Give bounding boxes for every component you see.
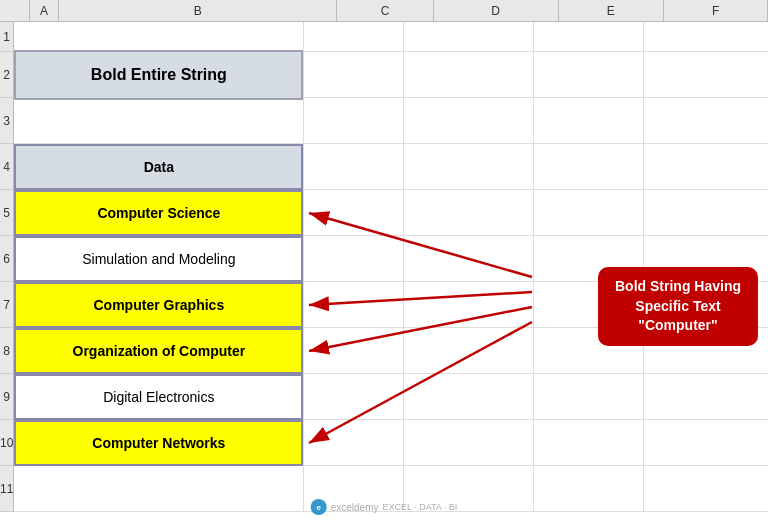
cell-d2[interactable] bbox=[404, 52, 534, 97]
cell-c8[interactable] bbox=[304, 328, 404, 373]
data-cell-9: Digital Electronics bbox=[14, 374, 303, 420]
cell-e10[interactable] bbox=[534, 420, 644, 465]
annotation-text: Bold String HavingSpecific Text"Computer… bbox=[615, 278, 741, 333]
cell-d3[interactable] bbox=[404, 98, 534, 143]
cell-b8[interactable]: Organization of Computer bbox=[14, 328, 304, 373]
row-num-3: 3 bbox=[0, 98, 14, 144]
cell-f10[interactable] bbox=[644, 420, 744, 465]
cell-b2[interactable]: Bold Entire String bbox=[14, 52, 304, 97]
corner-cell bbox=[0, 0, 30, 22]
cell-5-text: Computer Science bbox=[97, 205, 220, 221]
annotation-box: Bold String HavingSpecific Text"Computer… bbox=[598, 267, 758, 346]
cell-c5[interactable] bbox=[304, 190, 404, 235]
data-cell-10: Computer Networks bbox=[14, 420, 303, 466]
cell-d9[interactable] bbox=[404, 374, 534, 419]
row-num-4: 4 bbox=[0, 144, 14, 190]
cell-f9[interactable] bbox=[644, 374, 744, 419]
cell-b5[interactable]: Computer Science bbox=[14, 190, 304, 235]
row-numbers: 1 2 3 4 5 6 7 8 9 10 11 bbox=[0, 22, 14, 512]
cell-c10[interactable] bbox=[304, 420, 404, 465]
data-cell-7: Computer Graphics bbox=[14, 282, 303, 328]
cell-d8[interactable] bbox=[404, 328, 534, 373]
cell-b1[interactable] bbox=[14, 22, 304, 51]
content-area: Bold Entire String Data bbox=[14, 22, 768, 512]
row-3 bbox=[14, 98, 768, 144]
col-header-d: D bbox=[434, 0, 559, 22]
cell-b3[interactable] bbox=[14, 98, 304, 143]
cell-f3[interactable] bbox=[644, 98, 744, 143]
cell-b10[interactable]: Computer Networks bbox=[14, 420, 304, 465]
cell-c7[interactable] bbox=[304, 282, 404, 327]
cell-e9[interactable] bbox=[534, 374, 644, 419]
watermark: e exceldemy EXCEL · DATA · BI bbox=[311, 499, 458, 515]
grid-body: 1 2 3 4 5 6 7 8 9 10 11 bbox=[0, 22, 768, 512]
cell-c1[interactable] bbox=[304, 22, 404, 51]
cell-f11[interactable] bbox=[644, 466, 744, 511]
cell-d7[interactable] bbox=[404, 282, 534, 327]
title-cell: Bold Entire String bbox=[14, 50, 303, 100]
data-cell-8: Organization of Computer bbox=[14, 328, 303, 374]
row-1 bbox=[14, 22, 768, 52]
row-num-2: 2 bbox=[0, 52, 14, 98]
cell-e5[interactable] bbox=[534, 190, 644, 235]
col-header-c: C bbox=[337, 0, 433, 22]
row-num-7: 7 bbox=[0, 282, 14, 328]
row-9: Digital Electronics bbox=[14, 374, 768, 420]
row-num-9: 9 bbox=[0, 374, 14, 420]
data-header: Data bbox=[14, 144, 303, 190]
cell-b4[interactable]: Data bbox=[14, 144, 304, 189]
row-10: Computer Networks bbox=[14, 420, 768, 466]
row-4: Data bbox=[14, 144, 768, 190]
watermark-text: exceldemy bbox=[331, 502, 379, 513]
cell-e4[interactable] bbox=[534, 144, 644, 189]
cell-f5[interactable] bbox=[644, 190, 744, 235]
cell-f4[interactable] bbox=[644, 144, 744, 189]
row-num-5: 5 bbox=[0, 190, 14, 236]
watermark-sub: EXCEL · DATA · BI bbox=[382, 502, 457, 512]
cell-c6[interactable] bbox=[304, 236, 404, 281]
row-5: Computer Science bbox=[14, 190, 768, 236]
cell-d10[interactable] bbox=[404, 420, 534, 465]
cell-b7[interactable]: Computer Graphics bbox=[14, 282, 304, 327]
spreadsheet: A B C D E F 1 2 3 4 5 6 7 8 9 10 11 bbox=[0, 0, 768, 523]
cell-e11[interactable] bbox=[534, 466, 644, 511]
col-header-b: B bbox=[59, 0, 338, 22]
row-num-1: 1 bbox=[0, 22, 14, 52]
cell-d4[interactable] bbox=[404, 144, 534, 189]
cell-b9[interactable]: Digital Electronics bbox=[14, 374, 304, 419]
cell-b6[interactable]: Simulation and Modeling bbox=[14, 236, 304, 281]
col-header-e: E bbox=[559, 0, 665, 22]
cell-e1[interactable] bbox=[534, 22, 644, 51]
cell-e2[interactable] bbox=[534, 52, 644, 97]
data-header-text: Data bbox=[144, 159, 174, 175]
row-num-11: 11 bbox=[0, 466, 14, 512]
cell-e3[interactable] bbox=[534, 98, 644, 143]
cell-c3[interactable] bbox=[304, 98, 404, 143]
row-2: Bold Entire String bbox=[14, 52, 768, 98]
cell-8-text: Organization of Computer bbox=[73, 343, 246, 359]
col-header-f: F bbox=[664, 0, 768, 22]
watermark-icon: e bbox=[311, 499, 327, 515]
cell-d6[interactable] bbox=[404, 236, 534, 281]
title-text: Bold Entire String bbox=[91, 66, 227, 84]
row-num-10: 10 bbox=[0, 420, 14, 466]
cell-d5[interactable] bbox=[404, 190, 534, 235]
row-num-6: 6 bbox=[0, 236, 14, 282]
cell-6-text: Simulation and Modeling bbox=[82, 251, 235, 267]
data-cell-6: Simulation and Modeling bbox=[14, 236, 303, 282]
row-num-8: 8 bbox=[0, 328, 14, 374]
cell-c4[interactable] bbox=[304, 144, 404, 189]
cell-f2[interactable] bbox=[644, 52, 744, 97]
cell-f1[interactable] bbox=[644, 22, 744, 51]
cell-c9[interactable] bbox=[304, 374, 404, 419]
column-headers: A B C D E F bbox=[0, 0, 768, 22]
cell-7-text: Computer Graphics bbox=[94, 297, 225, 313]
col-header-a: A bbox=[30, 0, 59, 22]
cell-b11[interactable] bbox=[14, 466, 304, 511]
cell-d1[interactable] bbox=[404, 22, 534, 51]
cell-9-text: Digital Electronics bbox=[103, 389, 214, 405]
cell-c2[interactable] bbox=[304, 52, 404, 97]
cell-10-text: Computer Networks bbox=[92, 435, 225, 451]
data-cell-5: Computer Science bbox=[14, 190, 303, 236]
